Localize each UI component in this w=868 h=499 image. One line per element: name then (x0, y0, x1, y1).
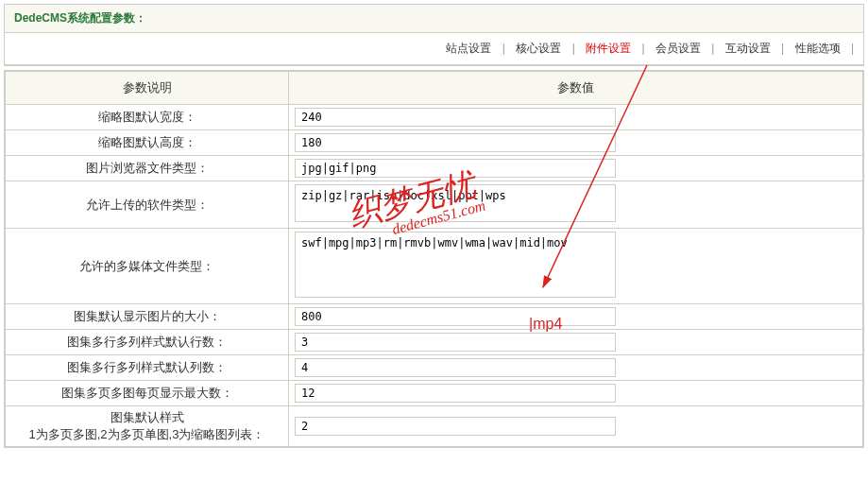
tab-separator: | (711, 42, 714, 55)
thumb-width-input[interactable] (295, 108, 616, 127)
param-label: 缩略图默认高度： (6, 130, 289, 156)
table-row: 缩略图默认高度： (6, 130, 863, 156)
gallery-style-input[interactable] (295, 417, 616, 436)
gallery-size-input[interactable] (295, 307, 616, 326)
tab-separator: | (641, 42, 644, 55)
tab-interact[interactable]: 互动设置 (718, 41, 778, 57)
tab-performance[interactable]: 性能选项 (788, 41, 848, 57)
column-header-value: 参数值 (289, 72, 863, 105)
thumb-height-input[interactable] (295, 133, 616, 152)
table-row: 图集默认显示图片的大小： (6, 304, 863, 330)
table-row: 图片浏览器文件类型： (6, 156, 863, 181)
table-row: 图集默认样式 1为多页多图,2为多页单图,3为缩略图列表： (6, 406, 863, 447)
panel-header: DedeCMS系统配置参数： (5, 5, 863, 33)
gallery-rows-input[interactable] (295, 333, 616, 352)
table-row: 图集多行多列样式默认列数： (6, 355, 863, 381)
param-label: 图集多行多列样式默认行数： (6, 330, 289, 355)
param-label: 图集默认样式 1为多页多图,2为多页单图,3为缩略图列表： (6, 406, 289, 447)
tabs-nav: 站点设置 | 核心设置 | 附件设置 | 会员设置 | 互动设置 | 性能选项 … (5, 33, 863, 65)
config-table: 参数说明 参数值 缩略图默认宽度： 缩略图默认高度： 图片浏览器文件类型： (5, 71, 863, 447)
param-label: 缩略图默认宽度： (6, 105, 289, 130)
software-types-input[interactable]: zip|gz|rar|iso|doc|xsl|ppt|wps (295, 184, 616, 222)
table-row: 允许的多媒体文件类型： swf|mpg|mp3|rm|rmvb|wmv|wma|… (6, 229, 863, 304)
column-header-desc: 参数说明 (6, 72, 289, 105)
tab-separator: | (781, 42, 784, 55)
tab-core[interactable]: 核心设置 (508, 41, 569, 57)
table-row: 缩略图默认宽度： (6, 105, 863, 130)
param-label: 允许的多媒体文件类型： (6, 229, 289, 304)
param-label: 图集多页多图每页显示最大数： (6, 381, 289, 406)
tab-member[interactable]: 会员设置 (648, 41, 708, 57)
table-row: 图集多行多列样式默认行数： (6, 330, 863, 355)
param-label: 允许上传的软件类型： (6, 181, 289, 229)
table-row: 允许上传的软件类型： zip|gz|rar|iso|doc|xsl|ppt|wp… (6, 181, 863, 229)
tab-separator: | (572, 42, 575, 55)
gallery-cols-input[interactable] (295, 358, 616, 377)
table-row: 图集多页多图每页显示最大数： (6, 381, 863, 406)
tab-site[interactable]: 站点设置 (438, 41, 499, 57)
gallery-perpage-input[interactable] (295, 384, 616, 403)
tab-separator: | (851, 42, 854, 55)
page-title: DedeCMS系统配置参数： (14, 11, 146, 25)
param-label: 图集多行多列样式默认列数： (6, 355, 289, 381)
tab-attachment[interactable]: 附件设置 (578, 41, 638, 57)
image-types-input[interactable] (295, 159, 616, 178)
param-label: 图集默认显示图片的大小： (6, 304, 289, 330)
tab-separator: | (502, 42, 505, 55)
param-label: 图片浏览器文件类型： (6, 156, 289, 181)
media-types-input[interactable]: swf|mpg|mp3|rm|rmvb|wmv|wma|wav|mid|mov (295, 232, 616, 298)
